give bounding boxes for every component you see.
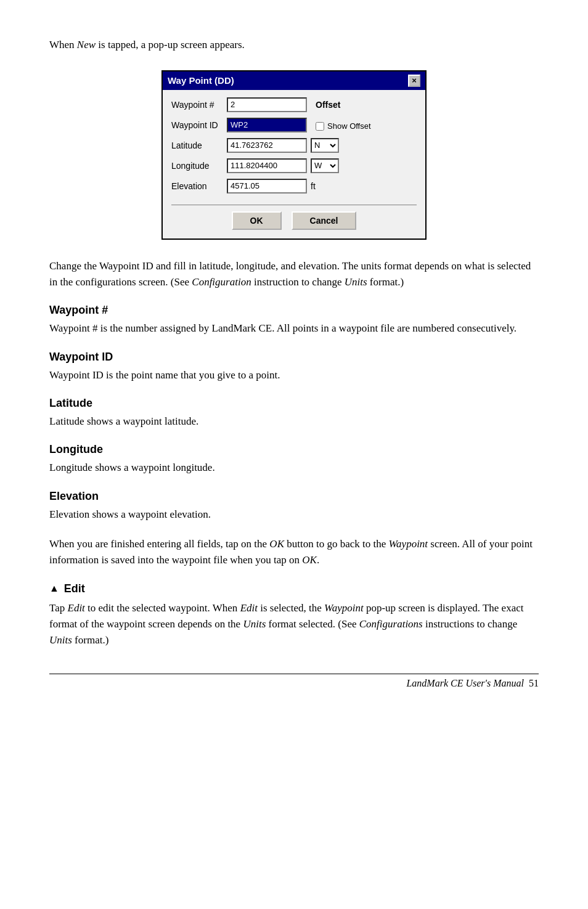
dialog-close-button[interactable]: × [408, 75, 420, 87]
description-paragraph: Change the Waypoint ID and fill in latit… [49, 258, 539, 291]
edit-italic-waypoint: Waypoint [324, 602, 364, 614]
waypoint-id-heading: Waypoint ID [49, 351, 539, 364]
ok-button[interactable]: OK [232, 211, 282, 230]
followup-italic-ok2: OK [302, 554, 317, 566]
longitude-heading: Longitude [49, 443, 539, 456]
followup-text-mid: button to go back to the [284, 538, 389, 550]
longitude-direction-select[interactable]: W E [311, 158, 339, 173]
section-edit: ▲ Edit Tap Edit to edit the selected way… [49, 582, 539, 649]
footer-manual-name: LandMark CE User's Manual [406, 678, 524, 688]
desc-italic-units: Units [345, 276, 367, 288]
edit-text-before: Tap [49, 602, 68, 614]
edit-text-mid2: is selected, the [258, 602, 324, 614]
longitude-body: Longitude shows a waypoint longitude. [49, 460, 539, 476]
triangle-icon: ▲ [49, 583, 59, 594]
dialog-wrapper: Way Point (DD) × Waypoint # Offset Waypo… [49, 70, 539, 240]
followup-italic-waypoint: Waypoint [389, 538, 428, 550]
show-offset-section: Show Offset [316, 119, 371, 131]
dialog-title: Way Point (DD) [168, 75, 234, 86]
followup-italic-ok: OK [269, 538, 284, 550]
intro-text-before: When [49, 39, 77, 51]
elevation-heading: Elevation [49, 490, 539, 503]
edit-italic-units: Units [243, 618, 266, 630]
elevation-followup-paragraph: When you are finished entering all field… [49, 536, 539, 569]
waypoint-dialog: Way Point (DD) × Waypoint # Offset Waypo… [161, 70, 427, 240]
edit-italic-edit2: Edit [240, 602, 258, 614]
waypoint-id-row: Waypoint ID Show Offset [171, 118, 417, 132]
cancel-button[interactable]: Cancel [292, 211, 357, 230]
desc-text-end: format.) [367, 276, 404, 288]
section-waypoint-id: Waypoint ID Waypoint ID is the point nam… [49, 351, 539, 383]
waypoint-id-input[interactable] [227, 118, 307, 132]
latitude-row: Latitude N S [171, 138, 417, 153]
latitude-body: Latitude shows a waypoint latitude. [49, 414, 539, 430]
waypoint-id-body: Waypoint ID is the point name that you g… [49, 367, 539, 383]
section-longitude: Longitude Longitude shows a waypoint lon… [49, 443, 539, 476]
section-latitude: Latitude Latitude shows a waypoint latit… [49, 397, 539, 430]
dialog-body: Waypoint # Offset Waypoint ID Show Offse… [163, 90, 425, 238]
edit-italic-units2: Units [49, 634, 72, 646]
edit-italic-edit1: Edit [68, 602, 85, 614]
edit-text-end: format.) [72, 634, 108, 646]
desc-text-mid: instruction to change [251, 276, 345, 288]
edit-italic-config: Configurations [359, 618, 423, 630]
latitude-label: Latitude [171, 141, 227, 150]
edit-heading-text: Edit [64, 582, 85, 595]
waypoint-number-heading: Waypoint # [49, 304, 539, 317]
intro-italic-new: New [77, 39, 96, 51]
dialog-buttons: OK Cancel [171, 205, 417, 230]
elevation-input[interactable] [227, 179, 307, 194]
footer-text: LandMark CE User's Manual 51 [406, 678, 539, 689]
section-elevation: Elevation Elevation shows a waypoint ele… [49, 490, 539, 523]
section-waypoint-number: Waypoint # Waypoint # is the number assi… [49, 304, 539, 336]
waypoint-number-row: Waypoint # Offset [171, 97, 417, 112]
latitude-direction-select[interactable]: N S [311, 138, 339, 153]
latitude-input[interactable] [227, 138, 307, 153]
elevation-body: Elevation shows a waypoint elevation. [49, 507, 539, 523]
edit-text-mid4: format selected. (See [266, 618, 359, 630]
page-number: 51 [529, 678, 539, 688]
edit-text-mid: to edit the selected waypoint. When [85, 602, 240, 614]
longitude-row: Longitude W E [171, 158, 417, 173]
waypoint-id-label: Waypoint ID [171, 120, 227, 130]
longitude-input[interactable] [227, 158, 307, 173]
waypoint-number-body: Waypoint # is the number assigned by Lan… [49, 320, 539, 336]
followup-text-before: When you are finished entering all field… [49, 538, 269, 550]
latitude-heading: Latitude [49, 397, 539, 410]
elevation-row: Elevation ft [171, 179, 417, 194]
show-offset-label: Show Offset [327, 121, 371, 131]
show-offset-checkbox[interactable] [316, 122, 324, 131]
intro-paragraph: When New is tapped, a pop-up screen appe… [49, 37, 539, 53]
page-footer: LandMark CE User's Manual 51 [49, 674, 539, 689]
edit-text-mid5: instructions to change [423, 618, 517, 630]
intro-text-after: is tapped, a pop-up screen appears. [96, 39, 245, 51]
desc-italic-config: Configuration [192, 276, 251, 288]
waypoint-number-input[interactable] [227, 97, 307, 112]
longitude-label: Longitude [171, 161, 227, 171]
show-offset-row: Show Offset [316, 121, 371, 131]
offset-section: Offset [316, 100, 340, 110]
followup-text-end: . [317, 554, 319, 566]
waypoint-number-label: Waypoint # [171, 100, 227, 110]
elevation-label: Elevation [171, 181, 227, 191]
elevation-unit-label: ft [311, 181, 316, 191]
offset-label: Offset [316, 100, 340, 110]
edit-body: Tap Edit to edit the selected waypoint. … [49, 600, 539, 649]
edit-heading: ▲ Edit [49, 582, 539, 595]
dialog-titlebar: Way Point (DD) × [163, 71, 425, 90]
